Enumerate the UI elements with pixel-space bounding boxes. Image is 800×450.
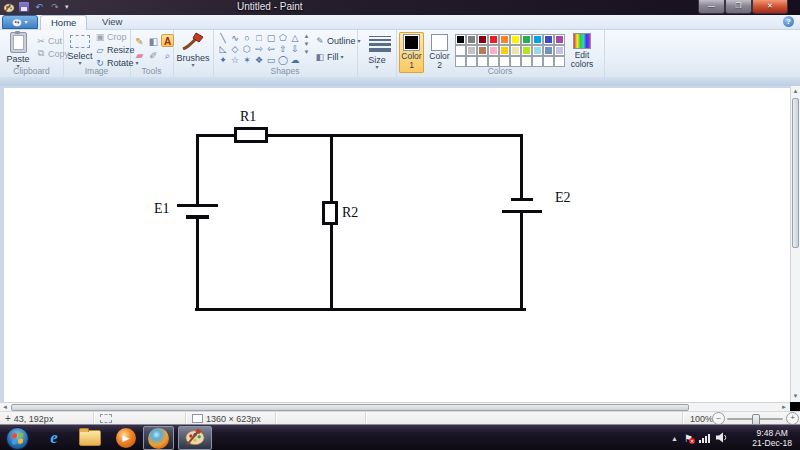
palette-swatch[interactable] (477, 34, 488, 45)
shape-icon[interactable]: ◺ (217, 44, 229, 55)
tools-grid: ✎ ◧ A ▰ ✐ ⌕ (133, 34, 174, 61)
palette-swatch[interactable] (532, 34, 543, 45)
scroll-right-icon[interactable]: ► (779, 403, 789, 411)
help-icon[interactable]: ? (783, 16, 794, 27)
qat-dropdown-icon[interactable]: ▾ (65, 3, 69, 11)
action-center-flag-icon[interactable]: ⚑✕ (684, 433, 693, 444)
tab-view[interactable]: View (92, 15, 132, 29)
shape-icon[interactable]: ☁ (289, 55, 301, 66)
fill-button[interactable]: ◧ Fill ▾ (315, 52, 344, 62)
horizontal-scrollbar-thumb[interactable] (11, 404, 689, 411)
image-section-label: Image (63, 66, 130, 76)
zoom-out-button[interactable]: – (712, 413, 725, 424)
minimize-button[interactable]: — (698, 0, 725, 14)
tab-home[interactable]: Home (40, 15, 87, 30)
redo-icon[interactable]: ↷ (49, 1, 61, 13)
start-button[interactable] (4, 426, 30, 450)
crop-label: Crop (107, 32, 127, 42)
taskbar-item-paint[interactable] (178, 426, 212, 450)
color-picker-tool[interactable]: ✐ (147, 48, 160, 61)
taskbar-item-media-player[interactable]: ▶ (112, 426, 140, 450)
shape-icon[interactable]: ◯ (277, 55, 289, 66)
horizontal-scrollbar[interactable]: ◄ ► (0, 402, 790, 411)
pencil-tool[interactable]: ✎ (133, 34, 146, 47)
fill-icon: ◧ (315, 52, 325, 62)
shape-icon[interactable]: ⇦ (265, 44, 277, 55)
palette-swatch[interactable] (554, 45, 565, 56)
shape-icon[interactable]: ⇧ (277, 44, 289, 55)
speaker-icon[interactable] (716, 429, 728, 447)
taskbar-item-internet-explorer[interactable]: e (40, 426, 68, 450)
size-button[interactable]: Size ▾ (360, 54, 394, 72)
palette-swatch[interactable] (554, 34, 565, 45)
palette-swatch[interactable] (521, 45, 532, 56)
shape-icon[interactable]: ⇨ (253, 44, 265, 55)
palette-swatch[interactable] (466, 45, 477, 56)
maximize-button[interactable]: ❒ (725, 0, 752, 14)
palette-row-2 (455, 45, 565, 56)
shape-icon[interactable]: ✶ (241, 55, 253, 66)
palette-swatch[interactable] (521, 34, 532, 45)
brushes-button[interactable]: Brushes ▾ (176, 32, 210, 72)
palette-swatch[interactable] (543, 45, 554, 56)
resize-button[interactable]: ▱ Resize (95, 45, 135, 55)
palette-swatch[interactable] (477, 45, 488, 56)
palette-swatch[interactable] (532, 45, 543, 56)
battery-e2-label: E2 (555, 190, 571, 206)
selection-size-icon (100, 414, 112, 423)
fill-tool[interactable]: ◧ (147, 34, 160, 47)
shape-icon[interactable]: ○ (241, 33, 253, 44)
undo-icon[interactable]: ↶ (33, 1, 45, 13)
image-section: Select ▾ ▣ Crop ▱ Resize ↻ Rotate ▾ Imag… (63, 30, 131, 77)
scroll-down-icon[interactable]: ▼ (791, 391, 800, 401)
shape-icon[interactable]: ⬡ (241, 44, 253, 55)
shape-icon[interactable]: ❖ (253, 55, 265, 66)
scroll-left-icon[interactable]: ◄ (0, 403, 10, 411)
cut-button[interactable]: ✂ Cut (36, 36, 62, 46)
tray-expand-icon[interactable]: ▲ (671, 435, 678, 442)
taskbar-item-firefox[interactable] (143, 426, 174, 450)
eraser-tool[interactable]: ▰ (133, 48, 146, 61)
copy-icon: ⧉ (36, 48, 46, 59)
palette-swatch[interactable] (499, 34, 510, 45)
taskbar-clock[interactable]: 9:48 AM 21-Dec-18 (752, 428, 792, 448)
outline-button[interactable]: ✎ Outline ▾ (315, 36, 361, 46)
network-signal-icon[interactable] (699, 433, 710, 443)
firefox-icon (148, 428, 169, 449)
save-icon[interactable] (19, 2, 29, 12)
palette-swatch[interactable] (543, 34, 554, 45)
shape-icon[interactable]: ⬠ (277, 33, 289, 44)
shape-icon[interactable]: △ (289, 33, 301, 44)
palette-swatch[interactable] (488, 45, 499, 56)
shape-icon[interactable]: ╲ (217, 33, 229, 44)
shapes-scroll-down-icon[interactable]: ▼ (302, 41, 311, 47)
palette-swatch[interactable] (510, 45, 521, 56)
close-button[interactable]: ✕ (752, 0, 788, 14)
vertical-scrollbar-thumb[interactable] (792, 98, 799, 248)
taskbar-item-explorer[interactable] (76, 426, 104, 450)
scroll-up-icon[interactable]: ▲ (791, 86, 800, 96)
window-controls: — ❒ ✕ (698, 0, 788, 14)
shape-icon[interactable]: ☆ (229, 55, 241, 66)
vertical-scrollbar[interactable]: ▲ ▼ (790, 86, 800, 402)
shape-icon[interactable]: ∿ (229, 33, 241, 44)
image-size-field: 1360 × 623px (192, 413, 261, 424)
palette-swatch[interactable] (455, 34, 466, 45)
palette-swatch[interactable] (466, 34, 477, 45)
paint-menu-button[interactable]: ▾ (2, 15, 38, 29)
shape-icon[interactable]: □ (253, 33, 265, 44)
palette-swatch[interactable] (455, 45, 466, 56)
shape-icon[interactable]: ⇩ (289, 44, 301, 55)
shape-icon[interactable]: ▭ (265, 55, 277, 66)
crop-button[interactable]: ▣ Crop (95, 32, 127, 42)
shape-icon[interactable]: ▢ (265, 33, 277, 44)
zoom-in-button[interactable]: + (786, 413, 799, 424)
palette-swatch[interactable] (488, 34, 499, 45)
shape-icon[interactable]: ✦ (217, 55, 229, 66)
shapes-scroll-up-icon[interactable]: ▲ (302, 33, 311, 39)
palette-swatch[interactable] (499, 45, 510, 56)
shape-icon[interactable]: ◇ (229, 44, 241, 55)
shapes-scroll-more-icon[interactable]: ▼ (302, 49, 311, 55)
paint-app-icon[interactable] (3, 1, 15, 13)
palette-swatch[interactable] (510, 34, 521, 45)
